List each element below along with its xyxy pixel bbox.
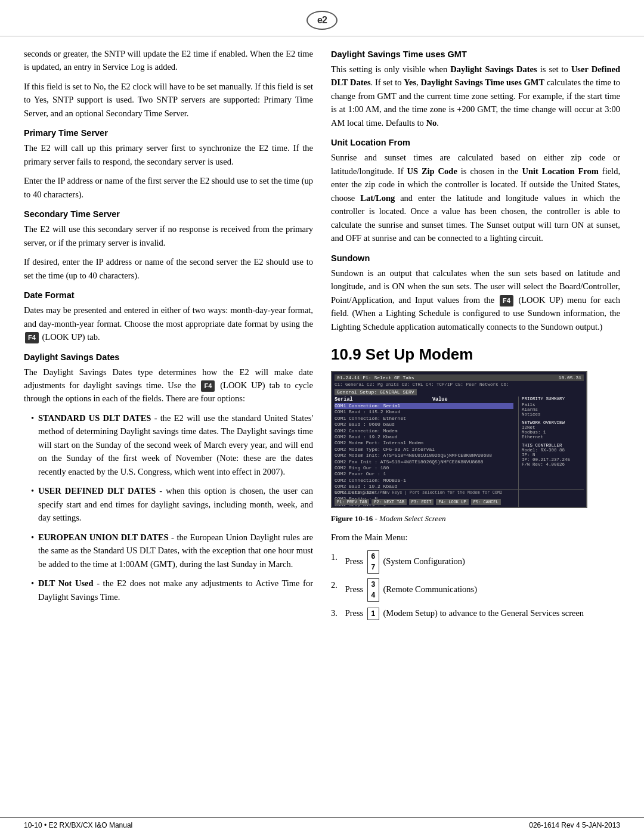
screen-title-right: 10.05.31: [559, 375, 581, 380]
step-1-content: Press 67 (System Configuration): [343, 550, 465, 574]
step-2: 2. Press 34 (Remote Communications): [331, 578, 620, 602]
step-3-num: 3.: [331, 606, 343, 620]
right-column: Daylight Savings Time uses GMT This sett…: [331, 47, 620, 625]
step-2-press: Press: [345, 584, 364, 594]
dst-gmt-block: Daylight Savings Time uses GMT This sett…: [331, 49, 620, 129]
step-2-content: Press 34 (Remote Communications): [343, 578, 477, 602]
fn-f1: F1: PREV TAB: [335, 499, 369, 505]
bullet-term-1: STANDARD US DLT DATES: [38, 413, 151, 423]
secondary-ts-para-1: The E2 will use this secondary server if…: [24, 222, 313, 249]
primary-ts-para-2: Enter the IP address or name of the firs…: [24, 174, 313, 201]
fn-f2: F2: NEXT TAB: [371, 499, 406, 505]
rp-ethernet: Ethernet: [522, 435, 584, 439]
screen-row-4: COM2 Connection: Modem: [335, 428, 513, 434]
screen-col-value-header: Value: [432, 397, 448, 403]
intro-block: seconds or greater, the SNTP will update…: [24, 47, 313, 120]
screen-bottom-status: Scroll using Next/Prev keys | Port selec…: [335, 489, 584, 495]
screen-row-7: COM2 Modem Type: CFG-93 At Interval: [335, 447, 513, 453]
modem-screen-inner: 01-24-11 F1: Select GE Tabs 10.05.31 C1:…: [335, 374, 584, 508]
daylight-savings-dates-block: Daylight Savings Dates The Daylight Savi…: [24, 352, 313, 604]
bullet-term-2: USER DEFINED DLT DATES: [38, 486, 156, 496]
primary-time-server-heading: Primary Time Server: [24, 128, 313, 138]
step-1-num: 1.: [331, 550, 343, 563]
bullet-standard-us: STANDARD US DLT DATES - the E2 will use …: [31, 411, 313, 478]
step-1: 1. Press 67 (System Configuration): [331, 550, 620, 574]
intro-para-2: If this field is set to No, the E2 clock…: [24, 80, 313, 120]
dst-gmt-para: This setting is only visible when Daylig…: [331, 63, 620, 129]
screen-row-6: COM2 Modem Port: Internal Modem: [335, 440, 513, 446]
unit-location-block: Unit Location From Sunrise and sunset ti…: [331, 138, 620, 244]
rp-alarms: Alarms: [522, 407, 584, 412]
unit-location-para: Sunrise and sunset times are calculated …: [331, 151, 620, 244]
screen-title-left: 01-24-11 F1: Select GE Tabs: [337, 375, 414, 380]
e2-logo: e2: [306, 11, 338, 30]
date-format-para: Dates may be presented and entered in ei…: [24, 304, 313, 343]
rp-ip-n: IP: N: [522, 453, 584, 457]
screen-title-bar: 01-24-11 F1: Select GE Tabs 10.05.31: [335, 374, 584, 381]
page-footer: 10-10 • E2 RX/BX/CX I&O Manual 026-1614 …: [0, 817, 644, 833]
sundown-para: Sundown is an output that calculates whe…: [331, 267, 620, 333]
step-3-press: Press: [345, 608, 364, 618]
top-logo-bar: e2: [0, 0, 644, 36]
footer-right: 026-1614 Rev 4 5-JAN-2013: [529, 821, 620, 829]
bullet-user-defined: USER DEFINED DLT DATES - when this optio…: [31, 484, 313, 524]
date-format-heading: Date Format: [24, 290, 313, 300]
f4-key-badge-dsd: F4: [201, 380, 215, 392]
bullet-term-3: EUROPEAN UNION DLT DATES: [38, 532, 169, 542]
step-3-content: Press 1 (Modem Setup) to advance to the …: [343, 606, 584, 620]
date-format-block: Date Format Dates may be presented and e…: [24, 290, 313, 343]
step-3-key: 1: [367, 608, 379, 620]
sundown-block: Sundown Sundown is an output that calcul…: [331, 253, 620, 333]
rp-ip-addr: IP: 00.217.237.245: [522, 457, 584, 462]
secondary-ts-para-2: If desired, enter the IP address or name…: [24, 255, 313, 282]
rp-notices: Notices: [522, 412, 584, 417]
dst-gmt-heading: Daylight Savings Time uses GMT: [331, 49, 620, 59]
bullet-dlt-not-used: DLT Not Used - the E2 does not make any …: [31, 577, 313, 603]
screen-row-1: COM1 Baud : 115.2 Kbaud: [335, 409, 513, 415]
section-heading-modem: 10.9 Set Up Modem: [331, 345, 620, 364]
screen-row-header: Serial Value: [335, 397, 513, 403]
rp-title: PRIORITY SUMMARY: [522, 397, 584, 401]
screen-fn-bar: F1: PREV TAB F2: NEXT TAB F3: EDIT F4: L…: [335, 499, 584, 505]
rp-controller-block: THIS CONTROLLER Model: RX-300 88 IP: N I…: [522, 443, 584, 467]
rp-network-title: NETWORK OVERVIEW: [522, 420, 584, 425]
figure-caption: Figure 10-16 - Modem Select Screen: [331, 513, 620, 525]
screen-tabs-row: C1: General C2: Pg Units C3: CTRL C4: TC…: [335, 382, 584, 388]
numbered-steps: 1. Press 67 (System Configuration) 2. Pr…: [331, 550, 620, 620]
step-2-num: 2.: [331, 578, 343, 592]
primary-time-server-block: Primary Time Server The E2 will call up …: [24, 128, 313, 201]
dsd-bullet-list: STANDARD US DLT DATES - the E2 will use …: [24, 411, 313, 603]
step-2-text: (Remote Communications): [383, 584, 477, 594]
screen-row-0: COM1 Connection: Serial: [335, 403, 513, 409]
content-area: seconds or greater, the SNTP will update…: [0, 36, 644, 625]
step-1-press: Press: [345, 556, 364, 566]
screen-col-serial: Serial: [335, 397, 430, 403]
page-container: e2 seconds or greater, the SNTP will upd…: [0, 0, 644, 833]
step-3: 3. Press 1 (Modem Setup) to advance to t…: [331, 606, 620, 620]
rp-fw: F/W Rev: 4.00026: [522, 462, 584, 467]
secondary-time-server-heading: Secondary Time Server: [24, 209, 313, 219]
step-1-key: 67: [367, 550, 379, 574]
rp-this-controller: THIS CONTROLLER: [522, 443, 584, 448]
intro-para-1: seconds or greater, the SNTP will update…: [24, 47, 313, 74]
from-main-menu: From the Main Menu:: [331, 531, 620, 544]
fn-f5: F5: CANCEL: [471, 499, 501, 505]
f4-key-badge-sundown: F4: [500, 295, 513, 306]
left-column: seconds or greater, the SNTP will update…: [24, 47, 313, 625]
screen-row-2: COM1 Connection: Ethernet: [335, 416, 513, 422]
modem-screen: 01-24-11 F1: Select GE Tabs 10.05.31 C1:…: [331, 371, 587, 508]
bullet-european-union: EUROPEAN UNION DLT DATES - the European …: [31, 531, 313, 571]
figure-caption-text: - Modem Select Screen: [373, 514, 445, 523]
screen-row-12: COM2 Connection: MODBUS-1: [335, 478, 513, 484]
screen-row-8: COM2 Modem Init: ATS=518=4N8U91U18026Q5)…: [335, 453, 513, 459]
sundown-heading: Sundown: [331, 253, 620, 263]
bullet-term-4: DLT Not Used: [38, 578, 94, 588]
screen-row-5: COM2 Baud : 19.2 Kbaud: [335, 434, 513, 440]
screen-row-9: COM2 Fax Init : ATS=518=4N8TE18026Q5)NMF…: [335, 459, 513, 465]
screen-row-10: COM2 Ring Our : 180: [335, 465, 513, 471]
dsd-para: The Daylight Savings Dates type determin…: [24, 366, 313, 405]
unit-location-heading: Unit Location From: [331, 138, 620, 147]
fn-f3: F3: EDIT: [409, 499, 434, 505]
f4-key-badge-date: F4: [25, 332, 39, 343]
fn-f4: F4: LOOK UP: [436, 499, 468, 505]
